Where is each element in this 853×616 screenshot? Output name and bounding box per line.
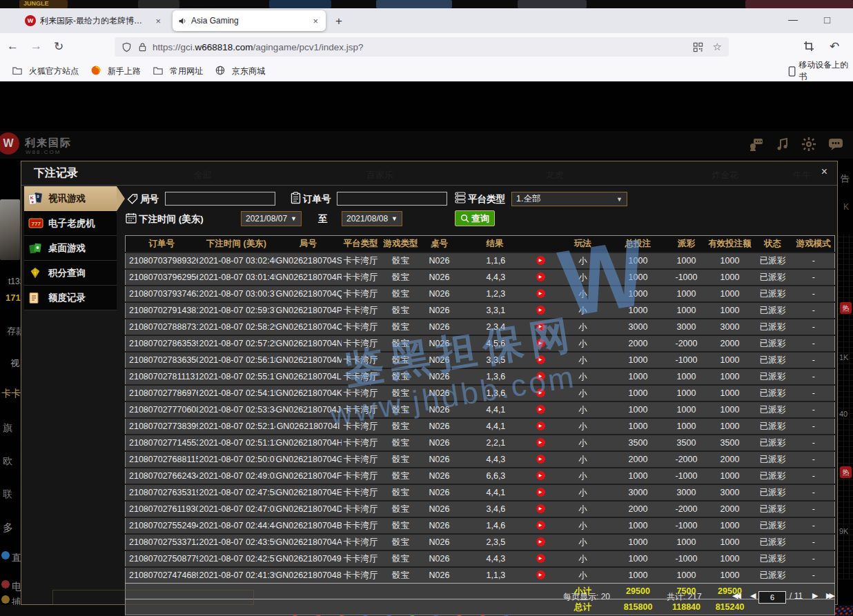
play-video-icon[interactable]: ▶ [536,372,545,381]
column-header: 有效投注额 [707,236,753,253]
svg-text:777: 777 [32,221,41,227]
cell: 小 [556,517,611,534]
cell: 210807027533712 [126,534,198,550]
sidebar-item-视讯游戏[interactable]: 9K♥视讯游戏 [24,186,117,211]
play-video-icon[interactable]: ▶ [536,322,545,331]
play-video-icon[interactable]: ▶ [536,405,545,414]
address-bar[interactable]: https://gci.w668818.com/agingame/pcv1/in… [115,37,729,57]
forward-button[interactable]: → [30,39,42,53]
last-page-button[interactable]: ▶▶ [826,591,832,600]
url-prefix: https://gci. [153,42,195,52]
cell-result: 3,3,1▶ [458,302,556,319]
cell: 1000 [611,534,666,550]
play-video-icon[interactable]: ▶ [536,554,545,563]
play-video-icon[interactable]: ▶ [536,438,545,447]
cell: N026 [422,302,458,319]
sidebar-item-电子老虎机[interactable]: 777电子老虎机 [24,211,117,236]
url-text[interactable]: https://gci.w668818.com/agingame/pcv1/in… [153,42,363,52]
tab-audio-icon[interactable] [178,17,187,26]
tab-asia-gaming[interactable]: Asia Gaming × [173,10,326,31]
play-video-icon[interactable]: ▶ [536,504,545,513]
chat-icon[interactable] [828,137,843,151]
settings-gear-icon[interactable] [802,137,816,151]
tab-title: Asia Gaming [191,16,305,26]
cell: 骰宝 [380,550,422,567]
cell: - [793,435,835,451]
cell: 210807027662434 [126,468,198,484]
qr-code-icon[interactable] [693,42,703,52]
bookmark-star-icon[interactable]: ☆ [713,41,722,53]
prev-page-button[interactable]: ◀ [750,591,756,600]
play-video-icon[interactable]: ▶ [536,488,545,497]
cell: 3000 [611,319,666,335]
sidebar-item-积分查询[interactable]: 积分查询 [24,261,117,286]
sidebar-item-label: 额度记录 [48,292,86,304]
play-video-icon[interactable]: ▶ [536,388,545,397]
background-fragment: 旗 [3,422,12,435]
new-tab-button[interactable]: + [335,14,342,28]
play-video-icon[interactable]: ▶ [536,256,545,265]
cell: 3000 [666,484,707,501]
music-icon[interactable] [776,137,790,151]
cell: 骰宝 [380,335,422,352]
table-row: 2108070277383992021-08-07 02:52:14GN0262… [126,418,835,435]
order-input[interactable] [337,192,447,206]
tab-close-icon[interactable]: × [311,16,320,26]
window-maximize-button[interactable]: □ [824,14,830,26]
shield-icon[interactable] [121,42,132,52]
bookmark-item[interactable]: 火狐官方站点 [12,66,79,77]
window-minimize-button[interactable]: — [788,14,798,25]
search-button[interactable]: 查询 [455,210,495,226]
reload-button[interactable]: ↻ [54,39,63,54]
play-video-icon[interactable]: ▶ [536,471,545,480]
cell: 骰宝 [380,319,422,335]
play-video-icon[interactable]: ▶ [536,570,545,579]
play-video-icon[interactable]: ▶ [536,289,545,298]
cell: 骰宝 [380,501,422,517]
account-service-icon[interactable] [748,137,763,151]
screenshot-crop-icon[interactable] [803,41,814,52]
play-video-icon[interactable]: ▶ [536,421,545,430]
date-from-select[interactable]: 2021/08/07 ▼ [241,211,302,226]
play-video-icon[interactable]: ▶ [536,521,545,530]
play-video-icon[interactable]: ▶ [536,537,545,546]
undo-icon[interactable]: ↶ [830,39,839,54]
table-row: 2108070278887312021-08-07 02:58:29GN0262… [126,319,835,335]
column-header: 订单号 [126,236,198,253]
hot-badge-fragment: 热 [840,302,852,314]
game-site-header: W 利来国际 W88.COM [0,131,853,159]
play-video-icon[interactable]: ▶ [536,339,545,348]
play-video-icon[interactable]: ▶ [536,455,545,464]
tab-close-icon[interactable]: × [153,16,163,26]
cell: 已派彩 [753,385,793,401]
result-value: 1,3,6 [487,388,506,398]
bookmark-item[interactable]: 京东商城 [215,66,265,77]
column-header: 平台类型 [342,236,380,253]
back-button[interactable]: ← [7,39,19,53]
sidebar-item-额度记录[interactable]: 额度记录 [24,286,117,310]
play-video-icon[interactable]: ▶ [536,272,545,281]
lock-icon[interactable] [138,42,147,52]
bookmark-item[interactable]: 常用网址 [153,66,203,77]
cell: 骰宝 [380,517,422,534]
date-to-select[interactable]: 2021/08/08 ▼ [342,211,402,226]
table-row: 2108070278363502021-08-07 02:56:18GN0262… [126,352,835,368]
page-number-input[interactable]: 6 [758,591,786,604]
modal-close-icon[interactable]: × [821,166,827,178]
cell: 1000 [707,368,753,385]
bookmark-mobile[interactable]: 移动设备上的书 [788,59,853,83]
cell: 小 [556,418,611,435]
sidebar-item-桌面游戏[interactable]: 桌面游戏 [24,236,117,261]
cell: 1000 [611,567,666,584]
next-page-button[interactable]: ▶ [812,591,818,600]
bookmark-item[interactable]: 新手上路 [91,66,141,77]
cell: N026 [422,435,458,451]
tab-lilai[interactable]: W 利来国际-最给力的老牌博彩网站 × [19,10,168,31]
play-video-icon[interactable]: ▶ [536,306,545,315]
first-page-button[interactable]: ◀◀ [732,591,738,600]
platform-select[interactable]: 1.全部 ▼ [511,192,627,206]
column-header: 下注时间 (美东) [198,236,275,253]
round-input[interactable] [165,192,275,206]
play-video-icon[interactable]: ▶ [536,355,545,364]
cell: 已派彩 [753,418,793,435]
